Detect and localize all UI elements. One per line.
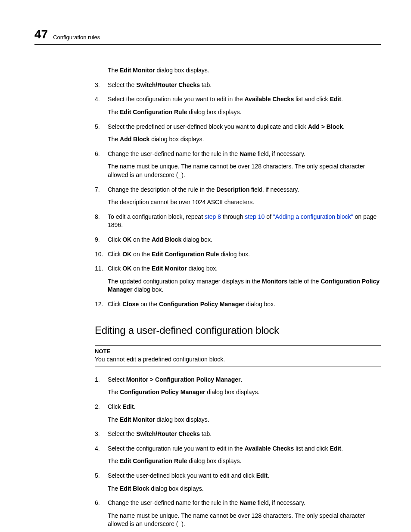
step-item: 2.Click Edit.The Edit Monitor dialog box… [95,403,381,424]
step-number: 12. [95,300,103,309]
step-text: Select the configuration rule you want t… [108,445,381,453]
step-text: Select the configuration rule you want t… [108,95,381,104]
note-label: NOTE [95,348,381,355]
step-text: Click Edit. [108,403,381,411]
step-number: 9. [95,236,100,244]
step-number: 6. [95,499,100,507]
step-item: 12.Click Close on the Configuration Poli… [95,300,381,309]
step-number: 4. [95,95,100,104]
step-text: Select the Switch/Router Checks tab. [108,430,381,439]
step-text: Change the user-defined name for the rul… [108,499,381,507]
step-text: Click OK on the Add Block dialog box. [108,236,381,244]
step-subtext: The Edit Block dialog box displays. [108,485,381,493]
step-number: 7. [95,186,100,194]
step-subtext: The Edit Configuration Rule dialog box d… [108,108,381,117]
note-box: NOTE You cannot edit a predefined config… [95,345,381,367]
step-text: Change the description of the rule in th… [108,186,381,194]
step-item: 6.Change the user-defined name for the r… [95,499,381,529]
step-item: 11.Click OK on the Edit Monitor dialog b… [95,264,381,294]
step-subtext: The name must be unique. The name cannot… [108,162,381,179]
cross-reference-link[interactable]: step 8 [205,213,221,220]
step-number: 2. [95,403,100,411]
step-subtext: The Edit Monitor dialog box displays. [108,416,381,424]
step-subtext: The Add Block dialog box displays. [108,135,381,144]
step-text: Click Close on the Configuration Policy … [108,300,381,309]
step-item: 9.Click OK on the Add Block dialog box. [95,236,381,244]
note-text: You cannot edit a predefined configurati… [95,355,381,364]
step-number: 11. [95,264,103,273]
procedure-steps: 3.Select the Switch/Router Checks tab.4.… [95,81,381,309]
step-item: 3.Select the Switch/Router Checks tab. [95,430,381,439]
step-subtext: The description cannot be over 1024 ASCI… [108,198,381,207]
step-number: 1. [95,376,100,384]
cross-reference-link[interactable]: step 10 [245,213,265,220]
step-number: 5. [95,123,100,131]
step-item: 3.Select the Switch/Router Checks tab. [95,81,381,90]
step-item: 7.Change the description of the rule in … [95,186,381,207]
step-text: Change the user-defined name for the rul… [108,150,381,159]
step-number: 3. [95,81,100,90]
step-text: Select the user-defined block you want t… [108,472,381,480]
step-item: 8.To edit a configuration block, repeat … [95,213,381,230]
step-item: 1.Select Monitor > Configuration Policy … [95,376,381,397]
step-item: 4.Select the configuration rule you want… [95,445,381,466]
step-number: 6. [95,150,100,159]
step-subtext: The Edit Configuration Rule dialog box d… [108,457,381,466]
step-number: 10. [95,250,103,259]
step-text: Select the predefined or user-defined bl… [108,123,381,131]
step-item: 10.Click OK on the Edit Configuration Ru… [95,250,381,259]
step-item: 5.Select the predefined or user-defined … [95,123,381,144]
step-number: 5. [95,472,100,480]
step-subtext: The Configuration Policy Manager dialog … [108,388,381,397]
step-text: To edit a configuration block, repeat st… [108,213,381,230]
step-text: Select Monitor > Configuration Policy Ma… [108,376,381,384]
step-text: Click OK on the Edit Configuration Rule … [108,250,381,259]
procedure-steps-2: 1.Select Monitor > Configuration Policy … [95,376,381,532]
section-heading: Editing a user-defined configuration blo… [95,323,381,338]
step-item: 5.Select the user-defined block you want… [95,472,381,493]
step-subtext: The updated configuration policy manager… [108,277,381,294]
intro-continuation: The Edit Monitor dialog box displays. [108,66,381,75]
step-text: Click OK on the Edit Monitor dialog box. [108,264,381,273]
step-text: Select the Switch/Router Checks tab. [108,81,381,90]
step-item: 6.Change the user-defined name for the r… [95,150,381,180]
page-header: 47 Configuration rules [34,26,381,45]
step-subtext: The name must be unique. The name cannot… [108,512,381,529]
cross-reference-link[interactable]: "Adding a configuration block" [273,213,353,220]
step-item: 4.Select the configuration rule you want… [95,95,381,116]
step-number: 3. [95,430,100,439]
chapter-number: 47 [34,26,48,43]
step-number: 4. [95,445,100,453]
step-number: 8. [95,213,100,221]
page-content: The Edit Monitor dialog box displays. 3.… [95,66,381,532]
chapter-title: Configuration rules [53,34,100,43]
